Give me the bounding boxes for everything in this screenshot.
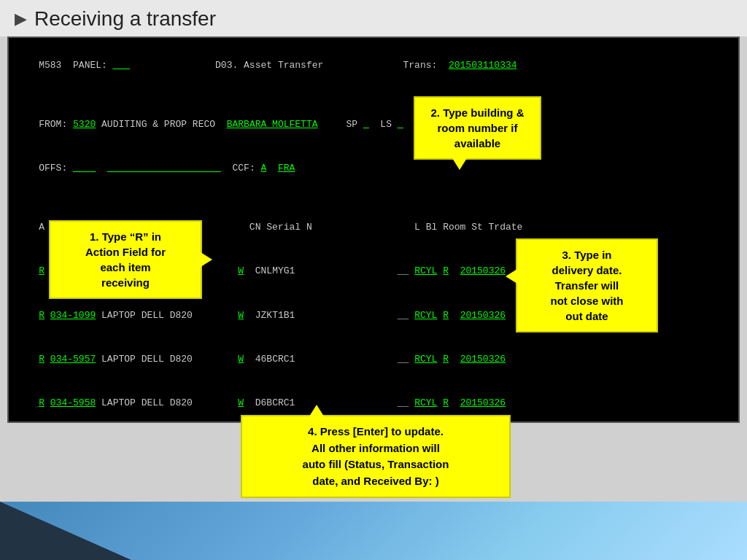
callout-4: 4. Press [Enter] to update. All other in… xyxy=(241,415,511,498)
callout-2-text: 2. Type building &room number ifavailabl… xyxy=(430,106,524,149)
callout-1-text: 1. Type “R” inAction Field foreach itemr… xyxy=(85,230,166,289)
terminal-blank1 xyxy=(16,88,731,102)
terminal-screen: M583 PANEL: ___ D03. Asset Transfer Tran… xyxy=(7,36,740,423)
title-text: Receiving a transfer xyxy=(34,7,216,31)
terminal-blank2 xyxy=(16,190,731,205)
callout-3-text: 3. Type indelivery date.Transfer willnot… xyxy=(550,249,623,322)
table-row: R 034-5957 LAPTOP DELL D820 W 46BCRC1 __… xyxy=(16,338,731,381)
bottom-stripe xyxy=(0,502,747,560)
terminal-from: FROM: 5320 AUDITING & PROP RECO BARBARA … xyxy=(16,103,731,147)
callout-1: 1. Type “R” inAction Field foreach itemr… xyxy=(49,220,202,299)
callout-4-text: 4. Press [Enter] to update. All other in… xyxy=(303,425,449,487)
callout-3: 3. Type indelivery date.Transfer willnot… xyxy=(516,238,658,332)
terminal-offs: OFFS: ____ ____________________ CCF: A F… xyxy=(16,147,731,190)
terminal-header: M583 PANEL: ___ D03. Asset Transfer Tran… xyxy=(16,44,731,88)
callout-2: 2. Type building &room number ifavailabl… xyxy=(414,96,541,160)
page-title: Receiving a transfer xyxy=(0,0,747,36)
